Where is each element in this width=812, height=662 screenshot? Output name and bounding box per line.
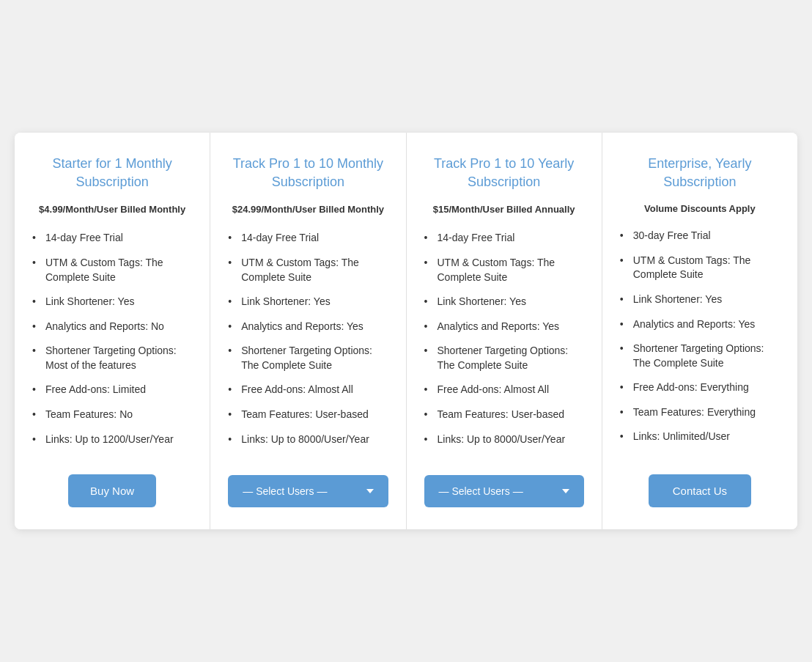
card-price-starter: $4.99/Month/User Billed Monthly	[32, 203, 192, 216]
feature-item: Shortener Targeting Options: The Complet…	[620, 342, 780, 370]
select-users-button[interactable]: — Select Users —	[424, 475, 584, 507]
feature-item: 14-day Free Trial	[424, 231, 584, 246]
features-list-track-pro-monthly: 14-day Free TrialUTM & Custom Tags: The …	[228, 231, 388, 457]
card-action-starter: Buy Now	[32, 474, 192, 507]
card-title-starter: Starter for 1 Monthly Subscription	[32, 155, 192, 191]
feature-item: UTM & Custom Tags: The Complete Suite	[228, 256, 388, 284]
feature-item: Links: Unlimited/User	[620, 430, 780, 444]
card-title-track-pro-monthly: Track Pro 1 to 10 Monthly Subscription	[228, 155, 388, 191]
features-list-enterprise: 30-day Free TrialUTM & Custom Tags: The …	[620, 229, 780, 457]
pricing-card-track-pro-monthly: Track Pro 1 to 10 Monthly Subscription$2…	[210, 133, 406, 530]
pricing-card-enterprise: Enterprise, Yearly SubscriptionVolume Di…	[602, 133, 797, 530]
feature-item: Link Shortener: Yes	[620, 293, 780, 307]
feature-item: Links: Up to 8000/User/Year	[424, 433, 584, 447]
feature-item: Links: Up to 1200/User/Year	[32, 433, 192, 447]
card-action-track-pro-yearly: — Select Users —	[424, 475, 584, 507]
feature-item: Team Features: User-based	[424, 408, 584, 422]
card-title-track-pro-yearly: Track Pro 1 to 10 Yearly Subscription	[424, 155, 584, 191]
feature-item: Team Features: No	[32, 408, 192, 422]
feature-item: UTM & Custom Tags: The Complete Suite	[424, 256, 584, 284]
feature-item: Shortener Targeting Options: The Complet…	[424, 344, 584, 372]
feature-item: Analytics and Reports: Yes	[228, 320, 388, 334]
pricing-container: Starter for 1 Monthly Subscription$4.99/…	[15, 133, 797, 530]
feature-item: Free Add-ons: Everything	[620, 380, 780, 395]
feature-item: Team Features: Everything	[620, 405, 780, 420]
feature-item: Link Shortener: Yes	[32, 295, 192, 309]
chevron-down-icon	[366, 489, 374, 493]
card-price-enterprise: Volume Discounts Apply	[620, 203, 780, 214]
feature-item: UTM & Custom Tags: The Complete Suite	[620, 254, 780, 282]
card-price-track-pro-monthly: $24.99/Month/User Billed Monthly	[228, 203, 388, 216]
chevron-down-icon	[562, 489, 569, 493]
select-users-wrapper: — Select Users —	[424, 475, 584, 507]
buy-now-button[interactable]: Buy Now	[68, 474, 156, 507]
select-users-label: — Select Users —	[439, 485, 523, 497]
select-users-button[interactable]: — Select Users —	[228, 475, 388, 507]
select-users-wrapper: — Select Users —	[228, 475, 388, 507]
pricing-card-starter: Starter for 1 Monthly Subscription$4.99/…	[15, 133, 210, 530]
feature-item: Links: Up to 8000/User/Year	[228, 433, 388, 447]
select-users-label: — Select Users —	[243, 485, 327, 497]
card-action-track-pro-monthly: — Select Users —	[228, 475, 388, 507]
feature-item: Analytics and Reports: Yes	[424, 320, 584, 334]
feature-item: Free Add-ons: Limited	[32, 383, 192, 397]
feature-item: Link Shortener: Yes	[424, 295, 584, 309]
feature-item: UTM & Custom Tags: The Complete Suite	[32, 256, 192, 284]
card-action-enterprise: Contact Us	[620, 474, 780, 507]
contact-us-button[interactable]: Contact Us	[649, 474, 751, 507]
feature-item: 30-day Free Trial	[620, 229, 780, 243]
features-list-track-pro-yearly: 14-day Free TrialUTM & Custom Tags: The …	[424, 231, 584, 457]
feature-item: 14-day Free Trial	[32, 231, 192, 246]
feature-item: Free Add-ons: Almost All	[424, 383, 584, 397]
feature-item: 14-day Free Trial	[228, 231, 388, 246]
features-list-starter: 14-day Free TrialUTM & Custom Tags: The …	[32, 231, 192, 457]
feature-item: Shortener Targeting Options: Most of the…	[32, 344, 192, 372]
feature-item: Analytics and Reports: Yes	[620, 317, 780, 332]
feature-item: Free Add-ons: Almost All	[228, 383, 388, 397]
feature-item: Analytics and Reports: No	[32, 320, 192, 334]
feature-item: Team Features: User-based	[228, 408, 388, 422]
card-price-track-pro-yearly: $15/Month/User Billed Annually	[424, 203, 584, 216]
feature-item: Link Shortener: Yes	[228, 295, 388, 309]
feature-item: Shortener Targeting Options: The Complet…	[228, 344, 388, 372]
pricing-card-track-pro-yearly: Track Pro 1 to 10 Yearly Subscription$15…	[407, 133, 602, 530]
card-title-enterprise: Enterprise, Yearly Subscription	[620, 155, 780, 191]
